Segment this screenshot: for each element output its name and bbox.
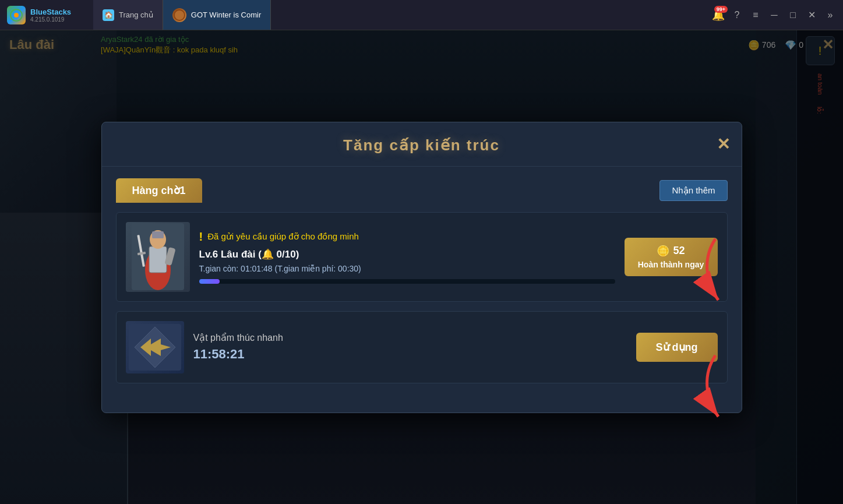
- cost-number: 52: [673, 245, 685, 257]
- queue-tab[interactable]: Hàng chờ1: [116, 178, 202, 203]
- cost-coin-icon: 🪙: [657, 245, 669, 258]
- complete-btn-label: Hoàn thành ngay: [636, 260, 706, 269]
- modal-backdrop: Tăng cấp kiến trúc ✕ Hàng chờ1 Nhận thêm: [0, 30, 843, 504]
- svg-point-2: [14, 13, 19, 17]
- coin-cost-display: 🪙 52: [636, 245, 706, 258]
- tab-game-label: GOT Winter is Comir: [191, 10, 261, 19]
- bluestacks-logo: BlueStacks 4.215.0.1019: [0, 6, 93, 24]
- tab-row: Hàng chờ1 Nhận thêm: [116, 178, 728, 203]
- use-button[interactable]: Sử dụng: [636, 333, 718, 362]
- tab-home[interactable]: 🏠 Trang chủ: [93, 0, 163, 30]
- modal-close-button[interactable]: ✕: [717, 135, 730, 154]
- modal-body: Hàng chờ1 Nhận thêm: [102, 167, 742, 395]
- build-avatar: [126, 222, 190, 292]
- build-progress-bar: [199, 279, 615, 284]
- speedup-info: Vật phẩm thúc nhanh 11:58:21: [193, 332, 627, 362]
- notification-count: 99+: [714, 6, 728, 13]
- maximize-button[interactable]: □: [785, 7, 801, 23]
- build-info: ! Đã gửi yêu cầu giúp đỡ cho đồng minh L…: [199, 230, 615, 284]
- complete-now-button[interactable]: 🪙 52 Hoàn thành ngay: [625, 238, 718, 276]
- app-version: 4.215.0.1019: [30, 16, 71, 23]
- svg-point-4: [175, 10, 184, 20]
- close-button[interactable]: ✕: [803, 7, 820, 23]
- build-time: T.gian còn: 01:01:48 (T.gian miễn phí: 0…: [199, 264, 615, 273]
- build-card: ! Đã gửi yêu cầu giúp đỡ cho đồng minh L…: [116, 212, 728, 302]
- minimize-button[interactable]: ─: [766, 7, 782, 23]
- titlebar-controls: 🔔 99+ ? ≡ ─ □ ✕ »: [710, 7, 843, 23]
- modal-title: Tăng cấp kiến trúc: [343, 136, 500, 154]
- speedup-card: Vật phẩm thúc nhanh 11:58:21 Sử dụng: [116, 311, 728, 383]
- menu-button[interactable]: ≡: [747, 7, 764, 23]
- expand-button[interactable]: »: [822, 7, 838, 23]
- help-button[interactable]: ?: [729, 7, 745, 23]
- bs-icon: [7, 6, 26, 24]
- notification-text: Đã gửi yêu cầu giúp đỡ cho đồng minh: [207, 231, 359, 242]
- speedup-svg: [129, 324, 181, 371]
- knight-svg: [132, 223, 184, 290]
- speedup-name: Vật phẩm thúc nhanh: [193, 332, 627, 343]
- svg-rect-7: [149, 246, 167, 273]
- speedup-time: 11:58:21: [193, 347, 627, 362]
- game-icon: [172, 8, 186, 22]
- exclaim-icon: !: [199, 230, 203, 244]
- nhan-them-button[interactable]: Nhận thêm: [659, 180, 727, 201]
- tab-game[interactable]: GOT Winter is Comir: [163, 0, 271, 30]
- bs-title: BlueStacks 4.215.0.1019: [30, 8, 71, 23]
- home-icon: 🏠: [103, 9, 114, 21]
- build-name: Lv.6 Lâu đài (🔔 0/10): [199, 248, 615, 260]
- tab-home-label: Trang chủ: [119, 10, 153, 19]
- build-notification: ! Đã gửi yêu cầu giúp đỡ cho đồng minh: [199, 230, 615, 244]
- titlebar: BlueStacks 4.215.0.1019 🏠 Trang chủ GOT …: [0, 0, 843, 30]
- build-progress-fill: [199, 279, 220, 284]
- upgrade-modal: Tăng cấp kiến trúc ✕ Hàng chờ1 Nhận thêm: [101, 122, 742, 413]
- notification-badge[interactable]: 🔔 99+: [710, 7, 726, 23]
- svg-rect-10: [152, 231, 164, 238]
- modal-header: Tăng cấp kiến trúc ✕: [102, 122, 742, 167]
- speedup-icon-wrap: [126, 321, 184, 373]
- app-name: BlueStacks: [30, 8, 71, 16]
